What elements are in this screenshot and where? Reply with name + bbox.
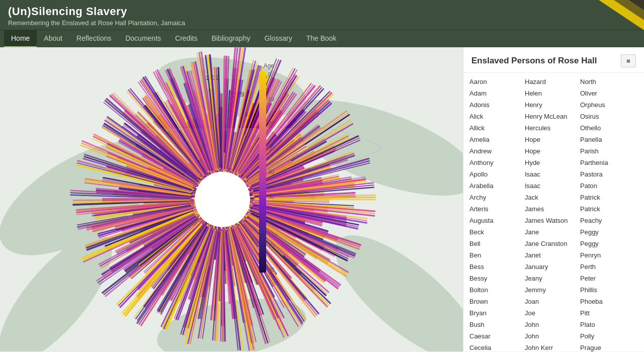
list-item[interactable]: James: [523, 205, 578, 213]
list-item[interactable]: James Watson: [523, 216, 578, 225]
list-item[interactable]: Adonis: [467, 101, 523, 109]
list-item[interactable]: Pastora: [578, 170, 633, 179]
list-item[interactable]: Caesar: [467, 332, 523, 340]
svg-line-758: [222, 232, 223, 341]
list-item[interactable]: John: [523, 320, 578, 329]
list-item[interactable]: Hope: [523, 147, 578, 155]
list-item[interactable]: Peter: [578, 274, 633, 283]
list-item[interactable]: Cecelia: [467, 343, 523, 351]
list-item[interactable]: Plato: [578, 320, 633, 329]
list-item[interactable]: Jane: [523, 228, 578, 236]
nav-reflections[interactable]: Reflections: [69, 30, 118, 47]
svg-line-1119: [73, 199, 189, 200]
list-item[interactable]: Peachy: [578, 216, 633, 225]
list-item[interactable]: Isaac: [523, 170, 578, 179]
legend-tick: 50: [268, 194, 274, 200]
list-item[interactable]: Osirus: [578, 112, 633, 121]
legend-tick: 0: [268, 71, 274, 77]
nav-home[interactable]: Home: [4, 30, 37, 47]
list-item[interactable]: Hercules: [523, 124, 578, 132]
site-title: (Un)Silencing Slavery: [8, 5, 636, 18]
list-item[interactable]: Janet: [523, 251, 578, 259]
list-item[interactable]: Helen: [523, 89, 578, 98]
list-item[interactable]: North: [578, 77, 633, 86]
list-item[interactable]: Bolton: [467, 286, 523, 294]
table-row: BessJanuaryPerth: [467, 261, 640, 273]
filter-button[interactable]: ≡: [621, 54, 636, 67]
list-item[interactable]: Phillis: [578, 286, 633, 294]
list-item[interactable]: Alick: [467, 112, 523, 121]
list-item[interactable]: Bell: [467, 239, 523, 248]
list-item[interactable]: Adam: [467, 89, 523, 98]
legend-tick: 20: [268, 120, 274, 126]
table-row: BoltonJemmyPhillis: [467, 284, 640, 296]
list-item[interactable]: January: [523, 262, 578, 271]
corner-flag: [599, 0, 644, 30]
list-item[interactable]: Patrick: [578, 193, 633, 202]
list-item[interactable]: Jane Cranston: [523, 239, 578, 248]
list-item[interactable]: Hope: [523, 135, 578, 144]
list-item[interactable]: John: [523, 332, 578, 340]
list-item[interactable]: Bess: [467, 262, 523, 271]
table-row: AdonisHenryOrpheus: [467, 99, 640, 111]
list-item[interactable]: Archy: [467, 193, 523, 202]
nav-the-book[interactable]: The Book: [299, 30, 344, 47]
nav-bibliography[interactable]: Bibliography: [204, 30, 257, 47]
nav-glossary[interactable]: Glossary: [257, 30, 299, 47]
list-item[interactable]: Patrick: [578, 205, 633, 213]
list-item[interactable]: Perth: [578, 262, 633, 271]
list-item[interactable]: Ben: [467, 251, 523, 259]
list-item[interactable]: Bessy: [467, 274, 523, 283]
list-item[interactable]: Bryan: [467, 309, 523, 317]
list-item[interactable]: Hazard: [523, 77, 578, 86]
list-item[interactable]: Brown: [467, 297, 523, 306]
names-list[interactable]: AaronHazardNorthAdamHelenOliverAdonisHen…: [463, 73, 644, 351]
table-row: AnthonyHydeParthenia: [467, 157, 640, 168]
list-item[interactable]: Peggy: [578, 228, 633, 236]
table-row: CaesarJohnPolly: [467, 330, 640, 342]
list-item[interactable]: Phoeba: [578, 297, 633, 306]
list-item[interactable]: Henry McLean: [523, 112, 578, 121]
list-item[interactable]: Amelia: [467, 135, 523, 144]
list-item[interactable]: Othello: [578, 124, 633, 132]
nav-about[interactable]: About: [37, 30, 69, 47]
list-item[interactable]: Panella: [578, 135, 633, 144]
list-item[interactable]: Joan: [523, 297, 578, 306]
list-item[interactable]: Jack: [523, 193, 578, 202]
list-item[interactable]: Arteris: [467, 205, 523, 213]
list-item[interactable]: Jeany: [523, 274, 578, 283]
list-item[interactable]: Jemmy: [523, 286, 578, 294]
list-item[interactable]: Bush: [467, 320, 523, 329]
list-item[interactable]: Anthony: [467, 158, 523, 167]
table-row: AugustaJames WatsonPeachy: [467, 215, 640, 226]
list-item[interactable]: Penryn: [578, 251, 633, 259]
list-item[interactable]: Augusta: [467, 216, 523, 225]
list-item[interactable]: Pitt: [578, 309, 633, 317]
list-item[interactable]: Henry: [523, 101, 578, 109]
legend-label: Age: [264, 62, 274, 69]
list-item[interactable]: Apollo: [467, 170, 523, 179]
list-item[interactable]: Joe: [523, 309, 578, 317]
list-item[interactable]: Oliver: [578, 89, 633, 98]
list-item[interactable]: Aaron: [467, 77, 523, 86]
list-item[interactable]: Orpheus: [578, 101, 633, 109]
list-item[interactable]: Parthenia: [578, 158, 633, 167]
list-item[interactable]: Prague: [578, 343, 633, 351]
nav-documents[interactable]: Documents: [118, 30, 168, 47]
nav-credits[interactable]: Credits: [168, 30, 204, 47]
list-item[interactable]: Andrew: [467, 147, 523, 155]
svg-point-1462: [195, 171, 250, 227]
list-item[interactable]: Polly: [578, 332, 633, 340]
list-item[interactable]: Peggy: [578, 239, 633, 248]
list-item[interactable]: Isaac: [523, 182, 578, 190]
table-row: BenJanetPenryn: [467, 249, 640, 261]
list-item[interactable]: Beck: [467, 228, 523, 236]
panel-header: Enslaved Persons of Rose Hall ≡: [463, 47, 644, 73]
list-item[interactable]: Arabella: [467, 182, 523, 190]
list-item[interactable]: Allick: [467, 124, 523, 132]
list-item[interactable]: Paton: [578, 182, 633, 190]
header: (Un)Silencing Slavery Remembering the En…: [0, 0, 644, 30]
list-item[interactable]: Parish: [578, 147, 633, 155]
list-item[interactable]: John Kerr: [523, 343, 578, 351]
list-item[interactable]: Hyde: [523, 158, 578, 167]
